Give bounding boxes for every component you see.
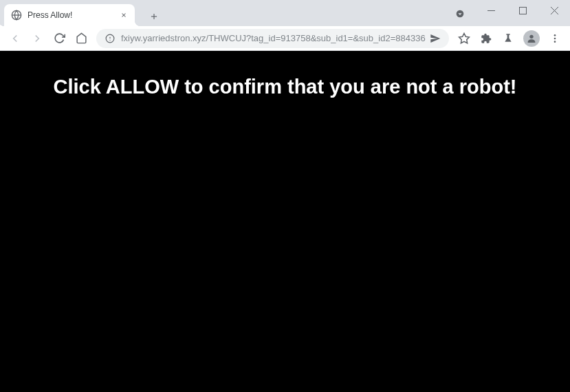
extensions-button[interactable] — [476, 29, 496, 48]
svg-point-18 — [554, 41, 556, 43]
profile-button[interactable] — [523, 30, 540, 47]
browser-window: Press Allow! — [0, 0, 570, 392]
menu-button[interactable] — [545, 29, 564, 48]
close-window-button[interactable] — [538, 0, 570, 21]
svg-rect-7 — [487, 10, 495, 11]
tab-strip: Press Allow! — [4, 0, 164, 26]
svg-point-13 — [109, 39, 110, 40]
active-tab[interactable]: Press Allow! — [4, 4, 135, 26]
window-controls — [452, 0, 570, 21]
svg-point-16 — [554, 34, 556, 36]
bookmark-button[interactable] — [454, 29, 474, 48]
search-tabs-button[interactable] — [452, 6, 468, 22]
address-bar[interactable] — [96, 29, 449, 48]
svg-rect-8 — [519, 7, 526, 14]
labs-button[interactable] — [498, 29, 518, 48]
new-tab-button[interactable] — [144, 7, 164, 26]
forward-button[interactable] — [28, 29, 47, 48]
url-input[interactable] — [121, 33, 426, 43]
page-content: Click ALLOW to confirm that you are not … — [0, 51, 570, 392]
svg-point-15 — [529, 34, 533, 38]
tab-title: Press Allow! — [28, 10, 113, 20]
minimize-button[interactable] — [475, 0, 507, 21]
back-button[interactable] — [6, 29, 25, 48]
maximize-button[interactable] — [507, 0, 538, 21]
svg-marker-14 — [459, 33, 470, 43]
reload-button[interactable] — [50, 29, 69, 48]
svg-point-17 — [554, 37, 556, 39]
tab-close-button[interactable] — [118, 10, 129, 21]
titlebar: Press Allow! — [0, 0, 570, 26]
page-heading: Click ALLOW to confirm that you are not … — [54, 76, 517, 392]
globe-icon — [11, 10, 22, 21]
toolbar — [0, 26, 570, 51]
home-button[interactable] — [72, 29, 91, 48]
site-info-icon[interactable] — [105, 33, 116, 44]
send-icon[interactable] — [430, 33, 441, 44]
